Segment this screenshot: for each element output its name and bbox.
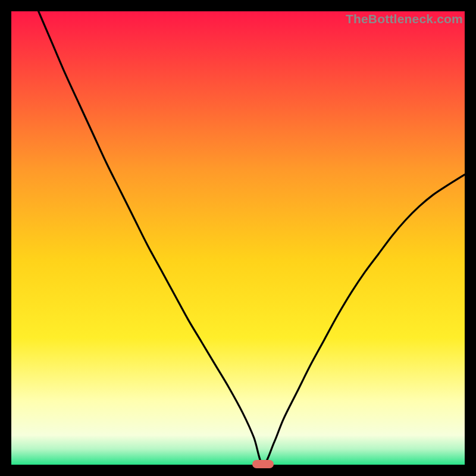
chart-canvas <box>11 11 465 465</box>
plot-frame: TheBottleneck.com <box>11 11 465 465</box>
gradient-background <box>11 11 465 465</box>
optimal-marker <box>252 460 274 468</box>
